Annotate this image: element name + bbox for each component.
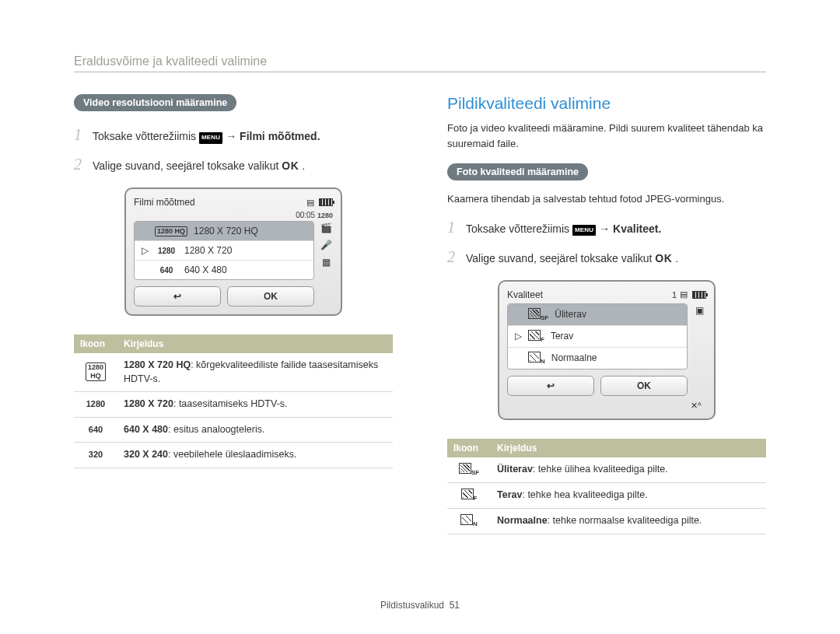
table-row: 1280 1280 X 720: taasesitamiseks HDTV-s.: [74, 392, 393, 418]
table-row: 320 320 X 240: veebilehele üleslaadimise…: [74, 443, 393, 468]
step-number: 1: [74, 122, 93, 147]
video-resolution-section: Video resolutsiooni määramine 1 Toksake …: [74, 94, 393, 534]
quality-icon: [461, 489, 474, 499]
table-row: 1280 HQ 1280 X 720 HQ: kõrgekvaliteedili…: [74, 353, 393, 392]
list-item-label: 640 X 480: [184, 264, 227, 275]
lcd-time: 00:05 1280: [134, 211, 333, 219]
quality-icon: F: [528, 330, 544, 343]
table-header-desc: Kirjeldus: [491, 439, 766, 457]
image-quality-section: Pildikvaliteedi valimine Foto ja video k…: [447, 94, 766, 534]
list-item-label: Terav: [551, 331, 573, 342]
table-row: N Normaalne: tehke normaalse kvaliteedig…: [447, 508, 766, 534]
lcd-title: Filmi mõõtmed: [134, 197, 195, 208]
quality-icon: N: [528, 352, 545, 365]
list-item[interactable]: SF Üliterav: [508, 304, 687, 326]
list-item-label: 1280 X 720: [184, 245, 232, 256]
battery-icon: [692, 291, 706, 299]
section-title: Pildikvaliteedi valimine: [447, 94, 766, 113]
step-number: 1: [447, 215, 466, 240]
ok-button[interactable]: OK: [600, 376, 688, 396]
list-item-label: 1280 X 720 HQ: [194, 226, 258, 236]
quality-table: Ikoon Kirjeldus SF Üliterav: tehke ülihe…: [447, 439, 766, 535]
mic-icon: 🎤: [320, 240, 332, 250]
video-resolution-table: Ikoon Kirjeldus 1280 HQ 1280 X 720 HQ: k…: [74, 335, 393, 468]
step-2-text: Valige suvand, seejärel toksake valikut …: [93, 157, 305, 174]
sd-icon: ▤: [306, 198, 314, 208]
sd-icon: ▤: [680, 289, 688, 299]
counter: 1: [672, 290, 677, 299]
step-number: 2: [447, 244, 466, 269]
ok-icon: OK: [282, 159, 299, 172]
stabilize-icon: ▦: [322, 257, 331, 268]
mode-icon: ▣: [695, 305, 704, 316]
lcd-mockup-video: Filmi mõõtmed ▤ 00:05 1280 1280 HQ 1280 …: [124, 187, 342, 316]
lcd-option-list: SF Üliterav ▷ F Terav N Normaalne: [507, 303, 688, 370]
list-item[interactable]: ▷ 1280 1280 X 720: [135, 241, 313, 261]
video-resolution-pill: Video resolutsiooni määramine: [74, 94, 236, 111]
res-icon: 1280 HQ: [155, 226, 187, 236]
list-item[interactable]: 640 640 X 480: [135, 261, 313, 279]
step-1-text: Toksake võtterežiimis MENU → Kvaliteet.: [466, 220, 661, 237]
page-title: Eraldusvõime ja kvaliteedi valimine: [74, 54, 766, 72]
movie-icon: 🎬: [320, 222, 332, 233]
step-number: 2: [74, 152, 93, 177]
battery-icon: [319, 198, 333, 206]
lcd-tag: ✕ᴬ: [507, 401, 706, 411]
list-item-label: Normaalne: [551, 352, 597, 363]
pointer-icon: ▷: [141, 245, 149, 256]
step-1-text: Toksake võtterežiimis MENU → Filmi mõõtm…: [93, 128, 320, 145]
list-item[interactable]: ▷ F Terav: [508, 326, 687, 348]
back-button[interactable]: [507, 376, 594, 396]
lcd-status-icons: ▤: [306, 198, 333, 208]
lcd-mockup-quality: Kvaliteet 1 ▤ SF Üliterav: [498, 280, 716, 420]
quality-icon: [460, 514, 473, 525]
intro-text: Foto ja video kvaliteedi määramine. Pild…: [447, 121, 766, 151]
table-header-desc: Kirjeldus: [117, 335, 393, 353]
list-item[interactable]: 1280 HQ 1280 X 720 HQ: [135, 222, 313, 241]
ok-icon: OK: [655, 252, 672, 264]
photo-quality-pill: Foto kvaliteedi määramine: [447, 163, 588, 180]
quality-icon: SF: [528, 308, 548, 321]
back-button[interactable]: [134, 286, 221, 306]
page-footer: Pildistusvalikud 51: [0, 600, 840, 611]
list-item-label: Üliterav: [555, 309, 586, 320]
menu-icon: MENU: [199, 132, 222, 144]
lcd-option-list: 1280 HQ 1280 X 720 HQ ▷ 1280 1280 X 720 …: [134, 221, 314, 280]
jpeg-para: Kaamera tihendab ja salvestab tehtud fot…: [447, 191, 766, 207]
res-icon: 640: [74, 417, 117, 443]
ok-button[interactable]: OK: [227, 286, 314, 306]
res-icon: 320: [74, 443, 117, 468]
res-icon: 640: [155, 266, 178, 275]
step-2-text: Valige suvand, seejärel toksake valikut …: [466, 250, 678, 267]
res-icon: 1280 HQ: [86, 363, 106, 381]
pointer-icon: ▷: [514, 331, 522, 342]
table-row: SF Üliterav: tehke ülihea kvaliteediga p…: [447, 457, 766, 483]
lcd-status-icons: 1 ▤: [672, 289, 706, 299]
table-header-icon: Ikoon: [74, 335, 117, 353]
res-icon: 1280: [74, 392, 117, 418]
res-icon: 1280: [155, 247, 178, 255]
lcd-side-icons: 🎬 🎤 ▦: [319, 221, 333, 306]
table-row: 640 640 X 480: esitus analoogteleris.: [74, 417, 393, 443]
quality-icon: [459, 463, 471, 474]
table-row: F Terav: tehke hea kvaliteediga pilte.: [447, 482, 766, 508]
list-item[interactable]: N Normaalne: [508, 348, 687, 369]
table-header-icon: Ikoon: [447, 439, 491, 457]
menu-icon: MENU: [572, 225, 596, 236]
lcd-title: Kvaliteet: [507, 289, 543, 300]
lcd-side-icons: ▣: [692, 303, 706, 396]
